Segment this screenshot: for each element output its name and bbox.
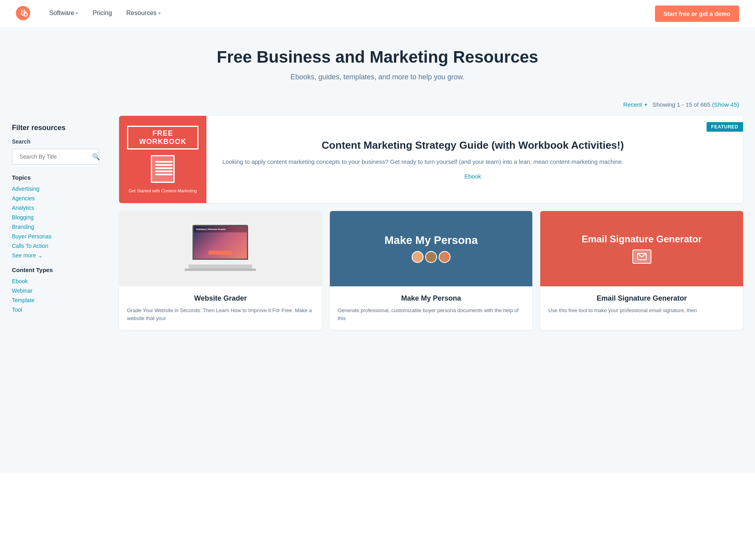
make-my-persona-desc: Generate professional, customizable buye…: [338, 307, 525, 322]
search-box: 🔍: [12, 149, 99, 165]
resource-grid: HubSpot | Website Grader Website Grader …: [119, 211, 743, 330]
website-grader-title: Website Grader: [127, 294, 314, 303]
software-chevron-icon: ▾: [76, 11, 78, 16]
sidebar-item-calls-to-action[interactable]: Calls To Action: [12, 243, 99, 249]
search-label: Search: [12, 138, 99, 145]
website-grader-body: Website Grader Grade Your Website in Sec…: [119, 286, 322, 330]
content-area: FEATURED FREE WORKBOOK Get Started with …: [111, 116, 755, 473]
sidebar-title: Filter resources: [12, 124, 99, 132]
sidebar-item-tool[interactable]: Tool: [12, 307, 99, 313]
search-icon[interactable]: 🔍: [92, 153, 100, 161]
nav-resources[interactable]: Resources ▾: [119, 0, 168, 28]
see-more-chevron-icon: ⌄: [38, 252, 43, 259]
email-sig-desc: Use this free tool to make your professi…: [548, 307, 735, 315]
email-icon: [632, 249, 651, 264]
sort-label: Recent: [623, 101, 642, 108]
sidebar-item-agencies[interactable]: Agencies: [12, 195, 99, 201]
featured-content: Content Marketing Strategy Guide (with W…: [206, 127, 743, 192]
featured-content-type: Ebook: [222, 173, 723, 180]
avatar-1: [412, 251, 424, 263]
search-input[interactable]: [16, 149, 92, 164]
main-layout: Filter resources Search 🔍 Topics Adverti…: [0, 116, 755, 473]
sidebar-item-template[interactable]: Template: [12, 297, 99, 303]
resource-card-website-grader[interactable]: HubSpot | Website Grader Website Grader …: [119, 211, 322, 330]
make-my-persona-title: Make My Persona: [338, 294, 525, 303]
featured-image-subtitle: Get Started with Content Marketing: [129, 188, 197, 193]
website-grader-desc: Grade Your Website in Seconds. Then Lear…: [127, 307, 314, 322]
sidebar-item-webinar[interactable]: Webinar: [12, 288, 99, 294]
make-my-persona-image: Make My Persona: [330, 211, 533, 286]
show-all-link[interactable]: (Show 45): [712, 101, 739, 108]
persona-title-text: Make My Persona: [384, 234, 478, 247]
nav-pricing[interactable]: Pricing: [85, 0, 119, 28]
nav-cta-button[interactable]: Start free or get a demo: [655, 6, 739, 22]
content-types-label: Content Types: [12, 267, 99, 273]
email-sig-body: Email Signature Generator Use this free …: [540, 286, 743, 322]
hero-section: Free Business and Marketing Resources Eb…: [0, 28, 755, 97]
sort-button[interactable]: Recent ▾: [623, 101, 647, 108]
nav-software[interactable]: Software ▾: [42, 0, 85, 28]
avatar-2: [425, 251, 437, 263]
laptop-icon: HubSpot | Website Grader: [189, 225, 252, 272]
filter-bar: Recent ▾ Showing 1 - 15 of 665 (Show 45): [0, 97, 755, 116]
avatar-3: [439, 251, 451, 263]
resource-card-make-my-persona[interactable]: Make My Persona Make My Persona Generate…: [330, 211, 533, 330]
navbar: Software ▾ Pricing Resources ▾ Start fre…: [0, 0, 755, 28]
sidebar-item-buyer-personas[interactable]: Buyer Personas: [12, 233, 99, 240]
featured-content-desc: Looking to apply content marketing conce…: [222, 157, 723, 167]
sort-chevron-icon: ▾: [645, 102, 647, 107]
email-sig-title: Email Signature Generator: [548, 294, 735, 303]
featured-image-label: FREE WORKBOOK: [127, 126, 198, 150]
sidebar-item-branding[interactable]: Branding: [12, 224, 99, 230]
featured-content-title: Content Marketing Strategy Guide (with W…: [222, 139, 723, 152]
logo[interactable]: [16, 6, 30, 22]
email-sig-image: Email Signature Generator: [540, 211, 743, 286]
website-grader-image: HubSpot | Website Grader: [119, 211, 322, 286]
nav-links: Software ▾ Pricing Resources ▾: [42, 0, 655, 28]
sidebar-item-ebook[interactable]: Ebook: [12, 278, 99, 284]
hero-subtitle: Ebooks, guides, templates, and more to h…: [8, 73, 747, 81]
featured-image-doc-icon: [151, 155, 175, 183]
svg-point-0: [16, 6, 30, 20]
featured-image: FREE WORKBOOK Get Started with Content M…: [119, 116, 206, 203]
resource-card-email-sig[interactable]: Email Signature Generator Email Signatur…: [540, 211, 743, 330]
showing-text: Showing 1 - 15 of 665 (Show 45): [653, 101, 739, 108]
sidebar-item-blogging[interactable]: Blogging: [12, 214, 99, 221]
topics-label: Topics: [12, 174, 99, 181]
persona-visual: Make My Persona: [330, 234, 533, 263]
persona-avatars: [412, 251, 451, 263]
featured-badge: FEATURED: [707, 122, 743, 132]
sidebar-item-analytics[interactable]: Analytics: [12, 205, 99, 211]
sidebar-item-advertising[interactable]: Advertising: [12, 186, 99, 192]
hero-title: Free Business and Marketing Resources: [8, 48, 747, 67]
sidebar: Filter resources Search 🔍 Topics Adverti…: [0, 116, 111, 473]
email-sig-title-text: Email Signature Generator: [582, 234, 702, 245]
resources-chevron-icon: ▾: [158, 11, 161, 16]
featured-card[interactable]: FEATURED FREE WORKBOOK Get Started with …: [119, 116, 743, 203]
make-my-persona-body: Make My Persona Generate professional, c…: [330, 286, 533, 330]
see-more-button[interactable]: See more ⌄: [12, 252, 99, 259]
email-sig-visual: Email Signature Generator: [540, 234, 743, 264]
